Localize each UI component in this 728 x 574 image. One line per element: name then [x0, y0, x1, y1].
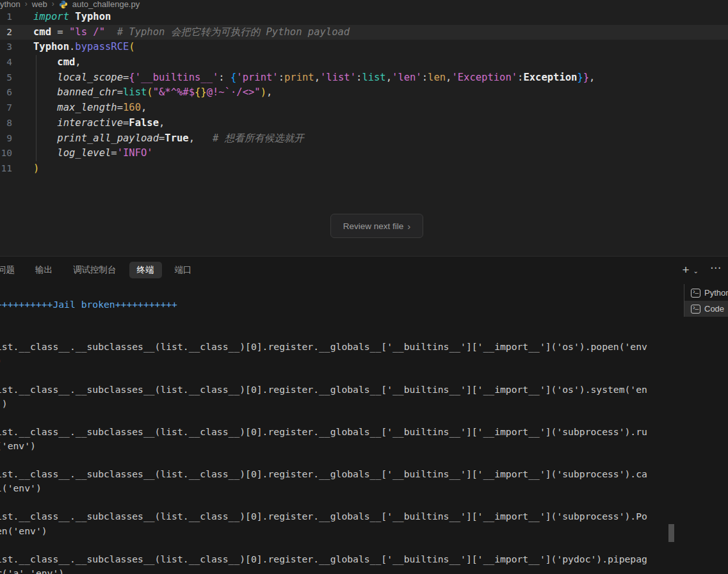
vscode-window: ython›web›auto_challenge.py 1import Typh… — [0, 0, 728, 574]
panel-tab[interactable]: 问题 — [0, 262, 22, 278]
breadcrumb-segment[interactable]: web — [32, 0, 47, 9]
code-text: cmd = "ls /" # Typhon 会把它转为可执行的 Python p… — [12, 25, 350, 40]
code-line[interactable]: 5 local_scope={'__builtins__': {'print':… — [0, 70, 728, 86]
terminal-line: ist.__class__.__subclasses__(list.__clas… — [0, 552, 666, 566]
breadcrumb-separator: › — [25, 0, 28, 8]
code-text: banned_chr=list("&*^%#${}@!~`·/<>"), — [12, 85, 272, 100]
terminal-list-item[interactable]: Python — [684, 285, 728, 301]
terminal-line — [0, 368, 666, 382]
code-line[interactable]: 9 print_all_payload=True, # 想看所有候选就开 — [0, 131, 728, 147]
terminal-line: ist.__class__.__subclasses__(list.__clas… — [0, 509, 666, 523]
code-text: max_length=160, — [12, 100, 147, 116]
code-line[interactable]: 10 log_level='INFO' — [0, 146, 728, 161]
panel-tab[interactable]: 终端 — [129, 262, 162, 278]
code-line[interactable]: 11) — [0, 161, 728, 177]
code-line[interactable]: 1import Typhon — [0, 10, 728, 25]
line-number: 2 — [0, 25, 12, 40]
line-number: 8 — [0, 116, 12, 131]
terminal-line: r('a','env') — [0, 566, 666, 574]
breadcrumb-segment[interactable]: auto_challenge.py — [72, 0, 140, 9]
code-text: cmd, — [12, 55, 81, 70]
code-text: import Typhon — [12, 10, 111, 25]
terminal-line: ++++++++++Jail broken+++++++++++ — [0, 298, 666, 312]
breadcrumb-segment[interactable]: ython — [0, 0, 20, 9]
line-number: 1 — [0, 10, 12, 25]
panel-header: 问题输出调试控制台终端端口 + ⌄ ⋯ — [0, 257, 728, 283]
code-text: Typhon.bypassRCE( — [12, 40, 135, 55]
terminal-line: ist.__class__.__subclasses__(list.__clas… — [0, 425, 666, 439]
line-number: 7 — [0, 100, 12, 116]
code-text: interactive=False, — [12, 116, 165, 131]
indent-guide — [36, 55, 36, 161]
panel-tab[interactable]: 输出 — [28, 262, 60, 278]
line-number: 4 — [0, 55, 12, 70]
code-text: log_level='INFO' — [12, 146, 153, 161]
panel-actions: + ⌄ ⋯ — [683, 257, 722, 283]
terminal-panel: ++++++++++Jail broken+++++++++++ ist.__c… — [0, 283, 728, 574]
terminal-line — [0, 538, 666, 552]
line-number: 5 — [0, 70, 12, 86]
line-number: 10 — [0, 146, 12, 161]
panel-tab[interactable]: 调试控制台 — [65, 262, 124, 278]
code-text: print_all_payload=True, # 想看所有候选就开 — [12, 131, 304, 147]
terminal-line — [0, 312, 666, 326]
terminal-list-label: Code — [704, 304, 724, 314]
review-next-file-button[interactable]: Review next file › — [330, 214, 423, 238]
terminal-line — [0, 495, 666, 509]
bottom-panel: 问题输出调试控制台终端端口 + ⌄ ⋯ ++++++++++Jail broke… — [0, 256, 728, 574]
terminal-list: PythonCode — [684, 284, 728, 317]
more-actions-icon[interactable]: ⋯ — [710, 262, 722, 277]
terminal-line: ') — [0, 397, 666, 411]
terminal-line: ) — [0, 354, 666, 368]
terminal-line: en('env') — [0, 524, 666, 538]
chevron-right-icon: › — [407, 221, 410, 232]
terminal-line — [0, 411, 666, 425]
terminal-output[interactable]: ++++++++++Jail broken+++++++++++ ist.__c… — [0, 283, 666, 574]
terminal-line — [0, 453, 666, 467]
terminal-list-label: Python — [704, 288, 728, 298]
python-file-icon — [59, 0, 68, 9]
code-line[interactable]: 7 max_length=160, — [0, 100, 728, 116]
code-text: local_scope={'__builtins__': {'print':pr… — [12, 70, 595, 86]
code-line[interactable]: 6 banned_chr=list("&*^%#${}@!~`·/<>"), — [0, 85, 728, 100]
code-line[interactable]: 4 cmd, — [0, 55, 728, 70]
code-editor[interactable]: 1import Typhon2cmd = "ls /" # Typhon 会把它… — [0, 10, 728, 256]
line-number: 9 — [0, 131, 12, 147]
line-number: 6 — [0, 85, 12, 100]
review-next-file-label: Review next file — [343, 221, 404, 231]
code-line[interactable]: 8 interactive=False, — [0, 116, 728, 131]
breadcrumb: ython›web›auto_challenge.py — [0, 0, 728, 10]
breadcrumb-separator: › — [52, 0, 54, 8]
terminal-line — [0, 326, 666, 340]
line-number: 3 — [0, 40, 12, 55]
panel-tab[interactable]: 端口 — [167, 262, 200, 278]
terminal-icon — [691, 305, 700, 314]
terminal-line: l('env') — [0, 481, 666, 495]
terminal-line: ist.__class__.__subclasses__(list.__clas… — [0, 340, 666, 354]
line-number: 11 — [0, 161, 12, 177]
terminal-dropdown-chevron-icon[interactable]: ⌄ — [693, 266, 699, 275]
code-text: ) — [12, 161, 39, 177]
code-line[interactable]: 2cmd = "ls /" # Typhon 会把它转为可执行的 Python … — [0, 25, 728, 40]
terminal-icon — [691, 289, 700, 298]
code-line[interactable]: 3Typhon.bypassRCE( — [0, 40, 728, 55]
new-terminal-icon[interactable]: + — [683, 264, 690, 276]
terminal-list-item[interactable]: Code — [684, 301, 728, 317]
terminal-scrollbar-thumb[interactable] — [668, 524, 674, 542]
terminal-line: ist.__class__.__subclasses__(list.__clas… — [0, 383, 666, 397]
terminal-line: ('env') — [0, 439, 666, 453]
terminal-line: ist.__class__.__subclasses__(list.__clas… — [0, 467, 666, 481]
